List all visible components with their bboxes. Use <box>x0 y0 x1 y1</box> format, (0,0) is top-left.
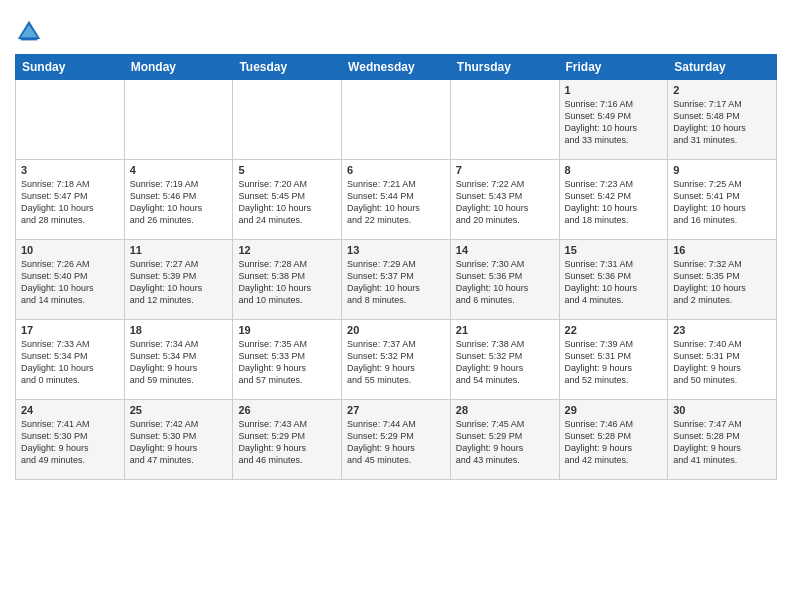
day-info: Sunrise: 7:18 AM Sunset: 5:47 PM Dayligh… <box>21 178 119 227</box>
day-number: 15 <box>565 244 663 256</box>
calendar-table: SundayMondayTuesdayWednesdayThursdayFrid… <box>15 54 777 480</box>
day-info: Sunrise: 7:43 AM Sunset: 5:29 PM Dayligh… <box>238 418 336 467</box>
day-info: Sunrise: 7:23 AM Sunset: 5:42 PM Dayligh… <box>565 178 663 227</box>
calendar-cell: 14Sunrise: 7:30 AM Sunset: 5:36 PM Dayli… <box>450 240 559 320</box>
day-info: Sunrise: 7:39 AM Sunset: 5:31 PM Dayligh… <box>565 338 663 387</box>
day-number: 5 <box>238 164 336 176</box>
day-number: 24 <box>21 404 119 416</box>
day-number: 11 <box>130 244 228 256</box>
day-info: Sunrise: 7:47 AM Sunset: 5:28 PM Dayligh… <box>673 418 771 467</box>
calendar-cell <box>16 80 125 160</box>
day-number: 4 <box>130 164 228 176</box>
calendar-week-4: 17Sunrise: 7:33 AM Sunset: 5:34 PM Dayli… <box>16 320 777 400</box>
day-info: Sunrise: 7:37 AM Sunset: 5:32 PM Dayligh… <box>347 338 445 387</box>
day-info: Sunrise: 7:45 AM Sunset: 5:29 PM Dayligh… <box>456 418 554 467</box>
day-number: 3 <box>21 164 119 176</box>
calendar-body: 1Sunrise: 7:16 AM Sunset: 5:49 PM Daylig… <box>16 80 777 480</box>
day-info: Sunrise: 7:38 AM Sunset: 5:32 PM Dayligh… <box>456 338 554 387</box>
day-info: Sunrise: 7:29 AM Sunset: 5:37 PM Dayligh… <box>347 258 445 307</box>
day-info: Sunrise: 7:19 AM Sunset: 5:46 PM Dayligh… <box>130 178 228 227</box>
calendar-cell: 19Sunrise: 7:35 AM Sunset: 5:33 PM Dayli… <box>233 320 342 400</box>
day-info: Sunrise: 7:25 AM Sunset: 5:41 PM Dayligh… <box>673 178 771 227</box>
calendar-cell <box>342 80 451 160</box>
day-number: 10 <box>21 244 119 256</box>
calendar-cell: 7Sunrise: 7:22 AM Sunset: 5:43 PM Daylig… <box>450 160 559 240</box>
calendar-cell: 24Sunrise: 7:41 AM Sunset: 5:30 PM Dayli… <box>16 400 125 480</box>
calendar-cell: 3Sunrise: 7:18 AM Sunset: 5:47 PM Daylig… <box>16 160 125 240</box>
calendar-cell: 8Sunrise: 7:23 AM Sunset: 5:42 PM Daylig… <box>559 160 668 240</box>
day-number: 2 <box>673 84 771 96</box>
weekday-row: SundayMondayTuesdayWednesdayThursdayFrid… <box>16 55 777 80</box>
day-number: 9 <box>673 164 771 176</box>
day-info: Sunrise: 7:31 AM Sunset: 5:36 PM Dayligh… <box>565 258 663 307</box>
calendar-cell: 6Sunrise: 7:21 AM Sunset: 5:44 PM Daylig… <box>342 160 451 240</box>
calendar-cell: 21Sunrise: 7:38 AM Sunset: 5:32 PM Dayli… <box>450 320 559 400</box>
calendar-cell: 18Sunrise: 7:34 AM Sunset: 5:34 PM Dayli… <box>124 320 233 400</box>
day-info: Sunrise: 7:42 AM Sunset: 5:30 PM Dayligh… <box>130 418 228 467</box>
day-number: 28 <box>456 404 554 416</box>
day-number: 13 <box>347 244 445 256</box>
day-number: 20 <box>347 324 445 336</box>
header <box>15 10 777 46</box>
calendar-cell: 26Sunrise: 7:43 AM Sunset: 5:29 PM Dayli… <box>233 400 342 480</box>
day-number: 6 <box>347 164 445 176</box>
day-info: Sunrise: 7:28 AM Sunset: 5:38 PM Dayligh… <box>238 258 336 307</box>
calendar-cell: 12Sunrise: 7:28 AM Sunset: 5:38 PM Dayli… <box>233 240 342 320</box>
calendar-cell: 17Sunrise: 7:33 AM Sunset: 5:34 PM Dayli… <box>16 320 125 400</box>
weekday-header-monday: Monday <box>124 55 233 80</box>
weekday-header-friday: Friday <box>559 55 668 80</box>
calendar-cell: 15Sunrise: 7:31 AM Sunset: 5:36 PM Dayli… <box>559 240 668 320</box>
day-number: 30 <box>673 404 771 416</box>
calendar-cell: 29Sunrise: 7:46 AM Sunset: 5:28 PM Dayli… <box>559 400 668 480</box>
day-number: 21 <box>456 324 554 336</box>
day-number: 26 <box>238 404 336 416</box>
calendar-cell: 9Sunrise: 7:25 AM Sunset: 5:41 PM Daylig… <box>668 160 777 240</box>
calendar-cell <box>124 80 233 160</box>
calendar-week-2: 3Sunrise: 7:18 AM Sunset: 5:47 PM Daylig… <box>16 160 777 240</box>
calendar-cell: 16Sunrise: 7:32 AM Sunset: 5:35 PM Dayli… <box>668 240 777 320</box>
day-info: Sunrise: 7:21 AM Sunset: 5:44 PM Dayligh… <box>347 178 445 227</box>
calendar-cell: 22Sunrise: 7:39 AM Sunset: 5:31 PM Dayli… <box>559 320 668 400</box>
weekday-header-saturday: Saturday <box>668 55 777 80</box>
logo <box>15 18 45 46</box>
day-number: 14 <box>456 244 554 256</box>
day-number: 8 <box>565 164 663 176</box>
day-number: 25 <box>130 404 228 416</box>
day-number: 12 <box>238 244 336 256</box>
day-number: 29 <box>565 404 663 416</box>
day-number: 27 <box>347 404 445 416</box>
weekday-header-thursday: Thursday <box>450 55 559 80</box>
calendar-cell: 5Sunrise: 7:20 AM Sunset: 5:45 PM Daylig… <box>233 160 342 240</box>
day-info: Sunrise: 7:40 AM Sunset: 5:31 PM Dayligh… <box>673 338 771 387</box>
svg-rect-2 <box>21 38 38 41</box>
calendar-cell: 30Sunrise: 7:47 AM Sunset: 5:28 PM Dayli… <box>668 400 777 480</box>
logo-icon <box>15 18 43 46</box>
day-number: 23 <box>673 324 771 336</box>
day-info: Sunrise: 7:22 AM Sunset: 5:43 PM Dayligh… <box>456 178 554 227</box>
page: SundayMondayTuesdayWednesdayThursdayFrid… <box>0 0 792 495</box>
day-info: Sunrise: 7:30 AM Sunset: 5:36 PM Dayligh… <box>456 258 554 307</box>
calendar-cell: 13Sunrise: 7:29 AM Sunset: 5:37 PM Dayli… <box>342 240 451 320</box>
day-info: Sunrise: 7:16 AM Sunset: 5:49 PM Dayligh… <box>565 98 663 147</box>
calendar-cell: 1Sunrise: 7:16 AM Sunset: 5:49 PM Daylig… <box>559 80 668 160</box>
weekday-header-sunday: Sunday <box>16 55 125 80</box>
calendar-cell: 4Sunrise: 7:19 AM Sunset: 5:46 PM Daylig… <box>124 160 233 240</box>
day-info: Sunrise: 7:32 AM Sunset: 5:35 PM Dayligh… <box>673 258 771 307</box>
calendar-cell: 10Sunrise: 7:26 AM Sunset: 5:40 PM Dayli… <box>16 240 125 320</box>
day-number: 17 <box>21 324 119 336</box>
day-number: 16 <box>673 244 771 256</box>
calendar-cell: 20Sunrise: 7:37 AM Sunset: 5:32 PM Dayli… <box>342 320 451 400</box>
calendar-cell <box>450 80 559 160</box>
day-info: Sunrise: 7:34 AM Sunset: 5:34 PM Dayligh… <box>130 338 228 387</box>
calendar-cell: 23Sunrise: 7:40 AM Sunset: 5:31 PM Dayli… <box>668 320 777 400</box>
day-info: Sunrise: 7:46 AM Sunset: 5:28 PM Dayligh… <box>565 418 663 467</box>
day-info: Sunrise: 7:26 AM Sunset: 5:40 PM Dayligh… <box>21 258 119 307</box>
day-info: Sunrise: 7:20 AM Sunset: 5:45 PM Dayligh… <box>238 178 336 227</box>
day-info: Sunrise: 7:17 AM Sunset: 5:48 PM Dayligh… <box>673 98 771 147</box>
day-info: Sunrise: 7:27 AM Sunset: 5:39 PM Dayligh… <box>130 258 228 307</box>
calendar-cell: 27Sunrise: 7:44 AM Sunset: 5:29 PM Dayli… <box>342 400 451 480</box>
calendar-cell: 28Sunrise: 7:45 AM Sunset: 5:29 PM Dayli… <box>450 400 559 480</box>
day-number: 1 <box>565 84 663 96</box>
calendar-header: SundayMondayTuesdayWednesdayThursdayFrid… <box>16 55 777 80</box>
calendar-week-3: 10Sunrise: 7:26 AM Sunset: 5:40 PM Dayli… <box>16 240 777 320</box>
